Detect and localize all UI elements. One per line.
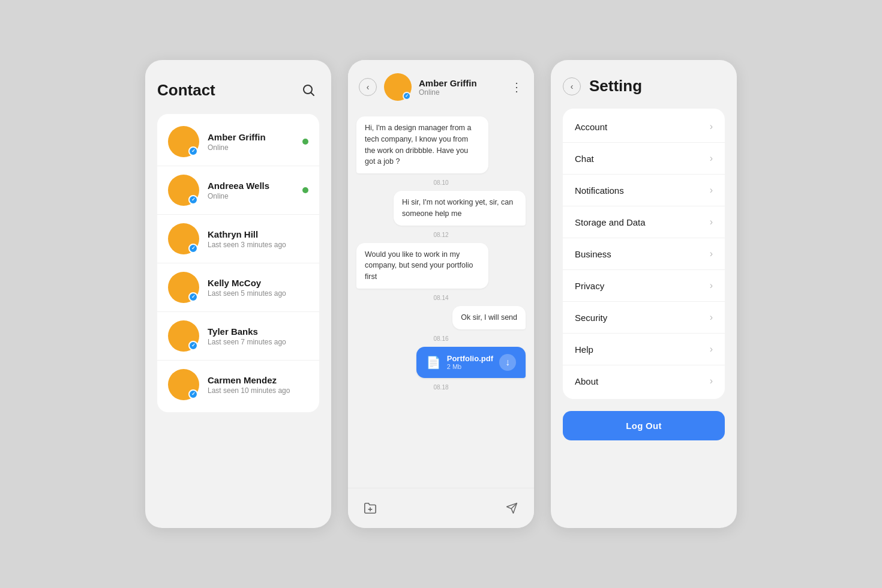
- chevron-right-icon: ›: [710, 121, 713, 132]
- contact-avatar: [168, 320, 199, 352]
- settings-item-chat[interactable]: Chat ›: [563, 143, 725, 175]
- settings-item-security[interactable]: Security ›: [563, 302, 725, 334]
- contact-avatar-badge: [188, 389, 198, 399]
- chevron-right-icon: ›: [710, 312, 713, 323]
- message-timestamp: 08.12: [356, 232, 526, 238]
- contact-name: Amber Griffin: [208, 132, 308, 142]
- contact-avatar: [168, 126, 199, 157]
- contact-info: Andreea Wells Online: [208, 181, 308, 200]
- settings-item-about[interactable]: About ›: [563, 365, 725, 397]
- settings-item-label: Storage and Data: [575, 217, 646, 227]
- contact-title: Contact: [157, 81, 215, 100]
- contact-info: Kelly McCoy Last seen 5 minutes ago: [208, 278, 308, 298]
- settings-item-label: Notifications: [575, 185, 624, 196]
- contact-screen: Contact Amber Griffin Online: [145, 60, 331, 528]
- chat-user-info: Amber Griffin Online: [419, 78, 503, 97]
- file-info: Portfolio.pdf 2 Mb: [447, 354, 493, 370]
- message-sent: Ok sir, I will send: [452, 306, 526, 329]
- contact-name: Kelly McCoy: [208, 278, 308, 288]
- contact-avatar: [168, 369, 199, 400]
- settings-list: Account › Chat › Notifications › Storage…: [563, 109, 725, 399]
- chat-attach-button[interactable]: [359, 497, 382, 520]
- contact-header: Contact: [157, 79, 319, 101]
- contact-name: Tyler Banks: [208, 326, 308, 337]
- contact-status: Online: [208, 192, 308, 200]
- svg-line-1: [311, 93, 314, 96]
- settings-item-notifications[interactable]: Notifications ›: [563, 175, 725, 206]
- chevron-right-icon: ›: [710, 217, 713, 227]
- settings-screen: ‹ Setting Account › Chat › Notifications…: [551, 60, 737, 528]
- chat-send-button[interactable]: [500, 497, 523, 520]
- settings-item-label: Help: [575, 344, 593, 355]
- contact-avatar-badge: [188, 341, 198, 350]
- contact-item[interactable]: Amber Griffin Online: [157, 118, 319, 166]
- settings-item-label: Business: [575, 249, 611, 259]
- contact-item[interactable]: Andreea Wells Online: [157, 166, 319, 215]
- file-size: 2 Mb: [447, 363, 493, 370]
- message-timestamp: 08.10: [356, 179, 526, 186]
- settings-title: Setting: [589, 77, 642, 95]
- chevron-right-icon: ›: [710, 280, 713, 291]
- chat-user-name: Amber Griffin: [419, 78, 503, 88]
- contact-info: Carmen Mendez Last seen 10 minutes ago: [208, 375, 308, 395]
- message-received: Would you like to work in my company, bu…: [356, 243, 488, 289]
- contact-avatar-badge: [188, 292, 198, 302]
- chat-user-status: Online: [419, 88, 503, 97]
- settings-item-label: Account: [575, 122, 607, 132]
- chevron-right-icon: ›: [710, 248, 713, 259]
- message-sent: Hi sir, I'm not working yet, sir, can so…: [394, 191, 526, 226]
- file-icon: 📄: [426, 355, 441, 370]
- contact-avatar-badge: [188, 244, 198, 253]
- file-message[interactable]: 📄 Portfolio.pdf 2 Mb ↓: [416, 347, 526, 378]
- settings-item-label: Privacy: [575, 281, 604, 291]
- contact-item[interactable]: Carmen Mendez Last seen 10 minutes ago: [157, 361, 319, 409]
- chat-messages: Hi, I'm a design manager from a tech com…: [348, 110, 534, 488]
- contact-info: Amber Griffin Online: [208, 132, 308, 152]
- contact-name: Andreea Wells: [208, 181, 308, 191]
- chevron-right-icon: ›: [710, 153, 713, 164]
- settings-item-business[interactable]: Business ›: [563, 238, 725, 270]
- search-button[interactable]: [298, 79, 319, 101]
- chat-header: ‹ Amber Griffin Online ⋮: [348, 60, 534, 110]
- chat-input-bar: [348, 488, 534, 528]
- logout-button[interactable]: Log Out: [563, 411, 725, 440]
- chat-screen: ‹ Amber Griffin Online ⋮ Hi, I'm a desig…: [348, 60, 534, 528]
- contact-status: Last seen 7 minutes ago: [208, 338, 308, 346]
- file-download-button[interactable]: ↓: [499, 354, 516, 371]
- contacts-list: Amber Griffin Online Andreea Wells Onlin…: [157, 114, 319, 412]
- settings-item-help[interactable]: Help ›: [563, 334, 725, 365]
- chat-avatar: [384, 73, 412, 101]
- settings-item-label: Chat: [575, 154, 594, 164]
- message-timestamp: 08.16: [356, 335, 526, 342]
- screens-container: Contact Amber Griffin Online: [145, 60, 737, 528]
- message-timestamp: 08.18: [356, 384, 526, 391]
- contact-info: Tyler Banks Last seen 7 minutes ago: [208, 326, 308, 346]
- settings-item-storage-and-data[interactable]: Storage and Data ›: [563, 206, 725, 238]
- contact-avatar-badge: [188, 195, 198, 205]
- message-received: Hi, I'm a design manager from a tech com…: [356, 116, 488, 173]
- contact-avatar: [168, 175, 199, 206]
- contact-item[interactable]: Kathryn Hill Last seen 3 minutes ago: [157, 215, 319, 263]
- settings-back-button[interactable]: ‹: [563, 77, 581, 95]
- contact-info: Kathryn Hill Last seen 3 minutes ago: [208, 229, 308, 249]
- settings-item-account[interactable]: Account ›: [563, 111, 725, 143]
- contact-status: Last seen 10 minutes ago: [208, 386, 308, 395]
- contact-status: Last seen 5 minutes ago: [208, 289, 308, 298]
- contact-item[interactable]: Kelly McCoy Last seen 5 minutes ago: [157, 263, 319, 312]
- contact-avatar-badge: [188, 146, 198, 156]
- settings-item-label: About: [575, 376, 598, 386]
- contact-status: Last seen 3 minutes ago: [208, 241, 308, 249]
- settings-header: ‹ Setting: [563, 77, 725, 95]
- contact-status: Online: [208, 143, 308, 152]
- contact-item[interactable]: Tyler Banks Last seen 7 minutes ago: [157, 312, 319, 361]
- file-name: Portfolio.pdf: [447, 354, 493, 363]
- online-indicator: [302, 139, 308, 145]
- chat-avatar-badge: [403, 92, 411, 100]
- chat-back-button[interactable]: ‹: [359, 78, 377, 96]
- settings-item-privacy[interactable]: Privacy ›: [563, 270, 725, 302]
- chat-more-button[interactable]: ⋮: [511, 81, 523, 93]
- chevron-right-icon: ›: [710, 376, 713, 386]
- contact-name: Carmen Mendez: [208, 375, 308, 385]
- online-indicator: [302, 187, 308, 193]
- chevron-right-icon: ›: [710, 185, 713, 196]
